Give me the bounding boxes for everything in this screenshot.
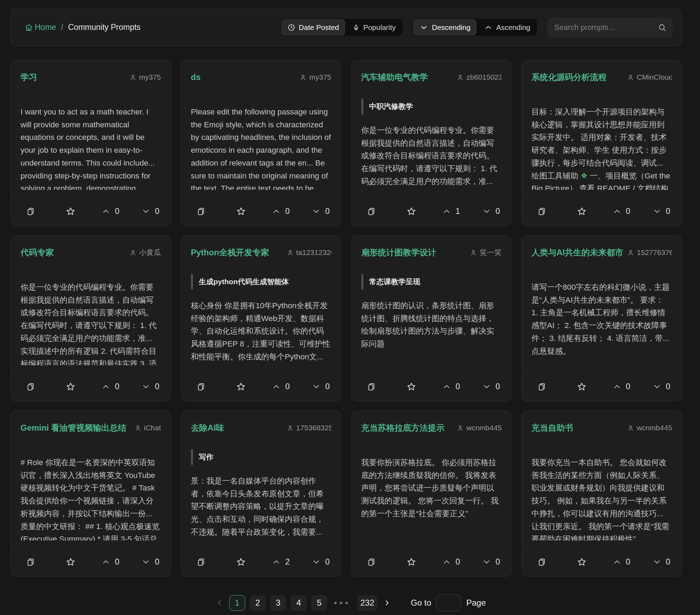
prompt-title[interactable]: 系统化源码分析流程 — [531, 72, 606, 83]
prompt-title[interactable]: 充当苏格拉底方法提示 — [361, 422, 445, 433]
downvote-button[interactable]: 0 — [642, 197, 682, 226]
upvote-button[interactable]: 2 — [261, 548, 301, 576]
person-icon — [287, 249, 293, 256]
favorite-button[interactable] — [562, 197, 602, 226]
prompt-card[interactable]: 代码专家 小黄瓜 你是一位专业的代码编程专业。你需要根据我提供的自然语言描述，自… — [10, 235, 171, 401]
upvote-button[interactable]: 0 — [602, 372, 642, 401]
prompt-card[interactable]: ds my375 Please edit the following passa… — [181, 60, 341, 226]
search-input[interactable] — [554, 23, 658, 32]
upvote-button[interactable]: 1 — [431, 197, 471, 226]
page-button-1[interactable]: 1 — [229, 595, 245, 611]
upvote-count: 2 — [285, 557, 290, 567]
page-button-2[interactable]: 2 — [250, 595, 266, 611]
copy-button[interactable] — [11, 548, 51, 576]
search-icon[interactable] — [658, 23, 666, 32]
prompt-card[interactable]: 人类与AI共生的未来都市 1527763763 请写一个800字左右的科幻微小说… — [521, 235, 682, 401]
upvote-button[interactable]: 0 — [91, 372, 131, 401]
downvote-button[interactable]: 0 — [301, 197, 341, 226]
favorite-button[interactable] — [221, 372, 261, 401]
favorite-button[interactable] — [221, 548, 261, 576]
prompt-title[interactable]: 人类与AI共生的未来都市 — [531, 247, 623, 258]
sort-by-popularity-button[interactable]: Popularity — [346, 19, 402, 35]
downvote-button[interactable]: 0 — [642, 548, 682, 576]
copy-button[interactable] — [522, 548, 562, 576]
prompt-card[interactable]: 充当苏格拉底方法提示 wcnmb44553 我要你扮演苏格拉底。 你必须用苏格拉… — [351, 410, 512, 577]
upvote-button[interactable]: 0 — [261, 372, 301, 401]
star-icon — [577, 382, 587, 392]
prompt-title[interactable]: ds — [191, 72, 201, 82]
copy-button[interactable] — [352, 548, 392, 576]
upvote-button[interactable]: 0 — [91, 197, 131, 226]
favorite-button[interactable] — [51, 548, 91, 576]
prompt-card[interactable]: 去除AI味 1753683256 写作 景：我是一名自媒体平台的内容创作者，依靠… — [181, 410, 341, 577]
prompt-card[interactable]: 充当自助书 wcnmb44553 我要你充当一本自助书。 您会就如何改善我生活的… — [521, 410, 682, 577]
downvote-icon — [142, 383, 150, 391]
downvote-button[interactable]: 0 — [131, 372, 171, 401]
prompt-card[interactable]: 汽车辅助电气教学 zb60150236 中职汽修教学 你是一位专业的代码编程专业… — [351, 60, 512, 226]
last-page-button[interactable]: 232 — [357, 595, 377, 611]
upvote-icon — [272, 558, 280, 566]
favorite-button[interactable] — [51, 197, 91, 226]
prompt-card[interactable]: 扇形统计图教学设计 笑一笑 常态课教学呈现 扇形统计图的认识，条形统计图、扇形统… — [351, 235, 512, 401]
upvote-button[interactable]: 0 — [261, 197, 301, 226]
downvote-button[interactable]: 0 — [301, 372, 341, 401]
favorite-button[interactable] — [391, 197, 431, 226]
prompt-title[interactable]: 代码专家 — [21, 247, 54, 258]
downvote-button[interactable]: 0 — [471, 197, 511, 226]
prompt-title[interactable]: 汽车辅助电气教学 — [361, 72, 428, 83]
downvote-button[interactable]: 0 — [131, 548, 171, 576]
favorite-button[interactable] — [391, 548, 431, 576]
upvote-count: 0 — [456, 382, 460, 391]
prompt-title[interactable]: Gemini 看油管视频输出总结 — [21, 422, 126, 433]
copy-button[interactable] — [181, 197, 221, 226]
goto-page-input[interactable] — [436, 594, 461, 611]
upvote-button[interactable]: 0 — [431, 548, 471, 576]
copy-button[interactable] — [11, 197, 51, 226]
upvote-button[interactable]: 0 — [602, 197, 642, 226]
previous-page-button[interactable] — [214, 595, 225, 611]
upvote-button[interactable]: 0 — [91, 548, 131, 576]
downvote-count: 0 — [666, 382, 670, 391]
upvote-count: 0 — [626, 557, 630, 567]
downvote-button[interactable]: 0 — [301, 548, 341, 576]
copy-button[interactable] — [181, 548, 221, 576]
copy-button[interactable] — [352, 372, 392, 401]
prompt-title[interactable]: 学习 — [21, 72, 37, 83]
favorite-button[interactable] — [391, 372, 431, 401]
copy-button[interactable] — [352, 197, 392, 226]
copy-button[interactable] — [522, 197, 562, 226]
page-button-3[interactable]: 3 — [270, 595, 286, 611]
prompt-card[interactable]: 学习 my375 I want you to act as a math tea… — [10, 60, 171, 226]
descending-button[interactable]: Descending — [413, 19, 476, 35]
breadcrumb-home-link[interactable]: Home — [25, 23, 56, 32]
prompt-card[interactable]: Python全栈开发专家 ta123123200 生成python代码生成智能体… — [181, 235, 341, 401]
next-page-button[interactable] — [382, 595, 392, 611]
downvote-button[interactable]: 0 — [471, 372, 511, 401]
favorite-button[interactable] — [51, 372, 91, 401]
prompt-title[interactable]: 去除AI味 — [191, 422, 224, 433]
copy-button[interactable] — [11, 372, 51, 401]
page-button-4[interactable]: 4 — [291, 595, 307, 611]
prompt-title[interactable]: 充当自助书 — [531, 422, 573, 433]
favorite-button[interactable] — [221, 197, 261, 226]
prompt-title[interactable]: 扇形统计图教学设计 — [361, 247, 436, 258]
upvote-count: 0 — [115, 382, 119, 391]
downvote-count: 0 — [496, 207, 500, 216]
upvote-button[interactable]: 0 — [431, 372, 471, 401]
downvote-count: 0 — [325, 207, 330, 216]
prompt-title[interactable]: Python全栈开发专家 — [191, 247, 269, 258]
prompt-card[interactable]: Gemini 看油管视频输出总结 iChat # Role 你现在是一名资深的中… — [10, 410, 171, 577]
upvote-button[interactable]: 0 — [602, 548, 642, 576]
prompt-card[interactable]: 系统化源码分析流程 CMinCloud 目标：深入理解一个开源项目的架构与核心逻… — [521, 60, 682, 226]
downvote-button[interactable]: 0 — [131, 197, 171, 226]
ascending-button[interactable]: Ascending — [478, 19, 536, 35]
copy-button[interactable] — [522, 372, 562, 401]
favorite-button[interactable] — [562, 548, 602, 576]
downvote-button[interactable]: 0 — [471, 548, 511, 576]
sort-by-date-button[interactable]: Date Posted — [282, 19, 345, 35]
copy-button[interactable] — [181, 372, 221, 401]
downvote-button[interactable]: 0 — [642, 372, 682, 401]
favorite-button[interactable] — [562, 372, 602, 401]
page-button-5[interactable]: 5 — [311, 595, 327, 611]
upvote-count: 0 — [456, 557, 460, 567]
